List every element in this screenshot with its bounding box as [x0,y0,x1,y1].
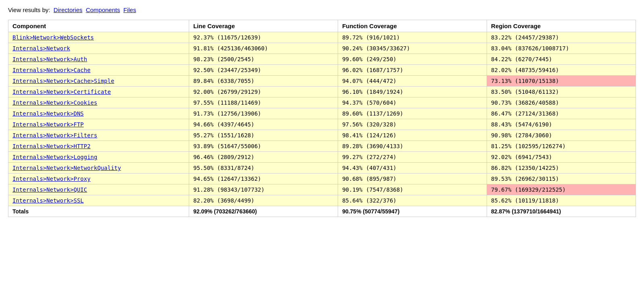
function-coverage-cell: 89.72% (916/1021) [338,32,487,43]
component-link[interactable]: Internals>Network>Certificate [12,89,111,95]
function-coverage-cell: 90.24% (30345/33627) [338,43,487,54]
line-coverage-cell: 91.28% (98343/107732) [189,184,338,195]
table-header-row: Component Line Coverage Function Coverag… [8,20,636,32]
line-coverage-cell: 92.00% (26799/29129) [189,87,338,97]
function-coverage-cell: 89.60% (1137/1269) [338,108,487,119]
table-row: Internals>Network>QUIC91.28% (98343/1077… [8,184,636,195]
table-row: Internals>Network>Filters95.27% (1551/16… [8,130,636,141]
component-link[interactable]: Internals>Network>FTP [12,121,84,128]
component-link[interactable]: Internals>Network>HTTP2 [12,143,91,149]
component-cell: Internals>Network>Logging [8,152,189,163]
function-coverage-cell: 96.10% (1849/1924) [338,87,487,97]
component-link[interactable]: Blink>Network>WebSockets [12,34,94,41]
components-link[interactable]: Components [86,6,120,13]
region-coverage-cell: 84.22% (6270/7445) [487,54,636,65]
header-function-coverage: Function Coverage [338,20,487,32]
component-cell: Internals>Network>Certificate [8,87,189,97]
region-coverage-cell: 86.47% (27124/31368) [487,108,636,119]
component-cell: Internals>Network>NetworkQuality [8,163,189,174]
table-row: Internals>Network91.81% (425136/463060)9… [8,43,636,54]
function-coverage-cell: 98.41% (124/126) [338,130,487,141]
region-coverage-cell: 89.53% (26962/30115) [487,174,636,184]
region-coverage-cell: 73.13% (11070/15138) [487,76,636,87]
component-link[interactable]: Internals>Network>QUIC [12,186,87,193]
function-coverage-cell: 97.56% (320/328) [338,119,487,130]
header-component: Component [8,20,189,32]
component-cell: Internals>Network>SSL [8,195,189,206]
component-cell: Internals>Network>Proxy [8,174,189,184]
line-coverage-cell: 98.23% (2500/2545) [189,54,338,65]
line-coverage-cell: 94.66% (4397/4645) [189,119,338,130]
table-row: Blink>Network>WebSockets92.37% (11675/12… [8,32,636,43]
component-link[interactable]: Internals>Network>Auth [12,56,87,62]
line-coverage-cell: 94.65% (12647/13362) [189,174,338,184]
function-coverage-cell: 90.68% (895/987) [338,174,487,184]
table-row: Internals>Network>Cache92.50% (23447/253… [8,65,636,76]
component-cell: Internals>Network>DNS [8,108,189,119]
line-coverage-cell: 89.84% (6338/7055) [189,76,338,87]
header-line-coverage: Line Coverage [189,20,338,32]
function-coverage-cell: 99.27% (272/274) [338,152,487,163]
table-row: Internals>Network>Proxy94.65% (12647/133… [8,174,636,184]
region-coverage-cell: 79.67% (169329/212525) [487,184,636,195]
component-link[interactable]: Internals>Network>Cache [12,67,91,73]
table-row: Internals>Network>NetworkQuality95.50% (… [8,163,636,174]
component-link[interactable]: Internals>Network [12,45,70,52]
component-cell: Internals>Network>HTTP2 [8,141,189,152]
files-link[interactable]: Files [124,6,136,13]
region-coverage-cell: 81.25% (102595/126274) [487,141,636,152]
component-cell: Internals>Network [8,43,189,54]
totals-row: Totals92.09% (703262/763660)90.75% (5077… [8,206,636,217]
component-cell: Internals>Network>Cache [8,65,189,76]
table-row: Internals>Network>SSL82.20% (3698/4499)8… [8,195,636,206]
table-row: Internals>Network>Cookies97.55% (11188/1… [8,97,636,108]
line-coverage-cell: 93.89% (51647/55006) [189,141,338,152]
component-cell: Blink>Network>WebSockets [8,32,189,43]
totals-function: 90.75% (50774/55947) [338,206,487,217]
region-coverage-cell: 90.98% (2784/3060) [487,130,636,141]
function-coverage-cell: 99.60% (249/250) [338,54,487,65]
table-row: Internals>Network>Auth98.23% (2500/2545)… [8,54,636,65]
table-row: Internals>Network>Logging96.46% (2809/29… [8,152,636,163]
function-coverage-cell: 94.07% (444/472) [338,76,487,87]
table-row: Internals>Network>FTP94.66% (4397/4645)9… [8,119,636,130]
function-coverage-cell: 96.02% (1687/1757) [338,65,487,76]
component-link[interactable]: Internals>Network>Proxy [12,176,91,182]
totals-label: Totals [8,206,189,217]
directories-link[interactable]: Directories [54,6,83,13]
region-coverage-cell: 90.73% (36826/40588) [487,97,636,108]
component-cell: Internals>Network>Filters [8,130,189,141]
component-link[interactable]: Internals>Network>SSL [12,197,84,204]
component-cell: Internals>Network>Cache>Simple [8,76,189,87]
table-row: Internals>Network>HTTP293.89% (51647/550… [8,141,636,152]
region-coverage-cell: 82.02% (48735/59416) [487,65,636,76]
component-link[interactable]: Internals>Network>Filters [12,132,97,139]
region-coverage-cell: 83.22% (24457/29387) [487,32,636,43]
totals-line: 92.09% (703262/763660) [189,206,338,217]
region-coverage-cell: 85.62% (10119/11818) [487,195,636,206]
line-coverage-cell: 82.20% (3698/4499) [189,195,338,206]
component-cell: Internals>Network>Cookies [8,97,189,108]
function-coverage-cell: 89.28% (3690/4133) [338,141,487,152]
component-link[interactable]: Internals>Network>DNS [12,110,84,117]
region-coverage-cell: 88.43% (5474/6190) [487,119,636,130]
line-coverage-cell: 95.27% (1551/1628) [189,130,338,141]
totals-region: 82.87% (1379710/1664941) [487,206,636,217]
region-coverage-cell: 86.82% (12350/14225) [487,163,636,174]
line-coverage-cell: 97.55% (11188/11469) [189,97,338,108]
component-link[interactable]: Internals>Network>Cookies [12,99,97,106]
line-coverage-cell: 95.50% (8331/8724) [189,163,338,174]
region-coverage-cell: 83.04% (837626/1008717) [487,43,636,54]
line-coverage-cell: 91.73% (12756/13906) [189,108,338,119]
line-coverage-cell: 92.37% (11675/12639) [189,32,338,43]
table-row: Internals>Network>Cache>Simple89.84% (63… [8,76,636,87]
header-region-coverage: Region Coverage [487,20,636,32]
function-coverage-cell: 90.19% (7547/8368) [338,184,487,195]
component-link[interactable]: Internals>Network>NetworkQuality [12,165,121,171]
line-coverage-cell: 96.46% (2809/2912) [189,152,338,163]
coverage-table: Component Line Coverage Function Coverag… [8,20,636,217]
component-link[interactable]: Internals>Network>Logging [12,154,97,160]
component-link[interactable]: Internals>Network>Cache>Simple [12,78,114,84]
function-coverage-cell: 94.37% (570/604) [338,97,487,108]
table-row: Internals>Network>Certificate92.00% (267… [8,87,636,97]
